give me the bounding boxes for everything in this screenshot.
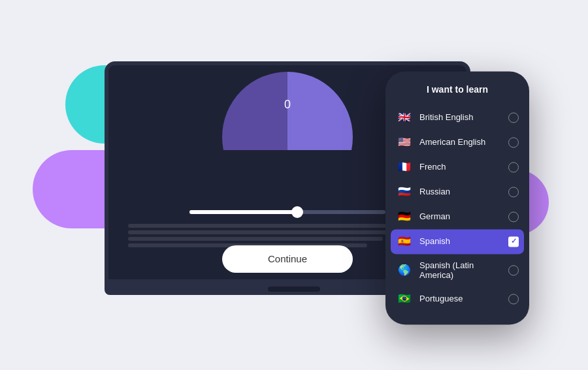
slider-thumb[interactable] [291,206,303,218]
lang-name-british-english: British English [419,112,508,122]
radio-german[interactable] [508,211,519,222]
lang-name-french: French [419,162,508,172]
language-item-french[interactable]: 🇫🇷French [385,155,529,179]
radio-spanish-latin[interactable] [508,265,519,275]
phone: I want to learn 🇬🇧British English🇺🇸Ameri… [385,71,529,324]
continue-button[interactable]: Continue [222,245,353,273]
language-item-russian[interactable]: 🇷🇺Russian [385,179,529,204]
language-item-german[interactable]: 🇩🇪German [385,204,529,229]
flag-french: 🇫🇷 [396,161,413,173]
flag-spanish: 🇪🇸 [396,236,413,247]
language-list: 🇬🇧British English🇺🇸American English🇫🇷Fre… [385,105,529,311]
scene: 0 Continue [0,0,588,370]
radio-british-english[interactable] [508,112,519,123]
lang-name-american-english: American English [419,137,508,147]
language-item-portuguese[interactable]: 🇧🇷Portuguese [385,286,529,311]
flag-spanish-latin: 🌎 [396,264,413,276]
flag-portuguese: 🇧🇷 [396,293,413,305]
lang-name-german: German [419,211,508,221]
language-item-american-english[interactable]: 🇺🇸American English [385,130,529,155]
flag-british-english: 🇬🇧 [396,112,413,123]
slider-track [189,210,385,214]
language-item-british-english[interactable]: 🇬🇧British English [385,105,529,130]
lang-name-russian: Russian [419,187,508,196]
radio-american-english[interactable] [508,137,519,147]
phone-title: I want to learn [385,84,529,95]
flag-german: 🇩🇪 [396,211,413,223]
language-item-spanish[interactable]: 🇪🇸Spanish✓ [391,229,524,254]
slider-fill [189,210,297,214]
laptop-notch [268,286,320,292]
lang-name-spanish: Spanish [419,236,508,246]
lang-name-portuguese: Portuguese [419,294,508,303]
radio-french[interactable] [508,162,519,172]
laptop-number: 0 [284,98,291,112]
radio-russian[interactable] [508,187,519,197]
flag-american-english: 🇺🇸 [396,136,413,148]
language-item-spanish-latin[interactable]: 🌎Spanish (Latin America) [385,254,529,286]
radio-portuguese[interactable] [508,294,519,304]
flag-russian: 🇷🇺 [396,186,413,198]
slider-container[interactable] [189,210,385,214]
lang-name-spanish-latin: Spanish (Latin America) [419,260,508,280]
checkmark-spanish[interactable]: ✓ [508,236,519,247]
